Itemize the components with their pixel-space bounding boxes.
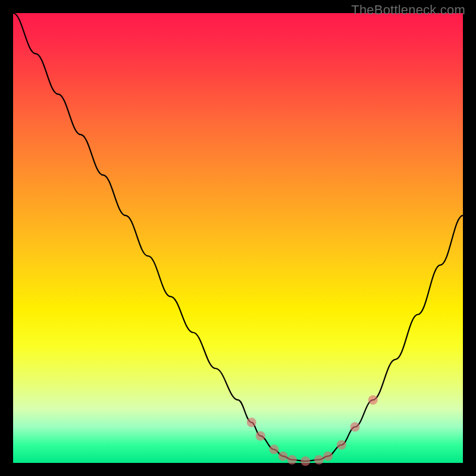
marker-dot xyxy=(350,422,360,432)
marker-dot xyxy=(323,452,333,461)
marker-dot xyxy=(278,452,288,461)
marker-dot xyxy=(256,431,265,441)
marker-dot xyxy=(269,444,278,454)
bottleneck-curve xyxy=(13,13,463,461)
marker-group xyxy=(247,395,378,466)
marker-dot xyxy=(314,455,324,465)
marker-dot xyxy=(247,418,256,427)
bottleneck-chart xyxy=(13,13,463,463)
marker-dot xyxy=(337,440,346,450)
marker-dot xyxy=(287,455,297,465)
marker-dot xyxy=(368,395,378,405)
marker-dot xyxy=(300,456,310,466)
